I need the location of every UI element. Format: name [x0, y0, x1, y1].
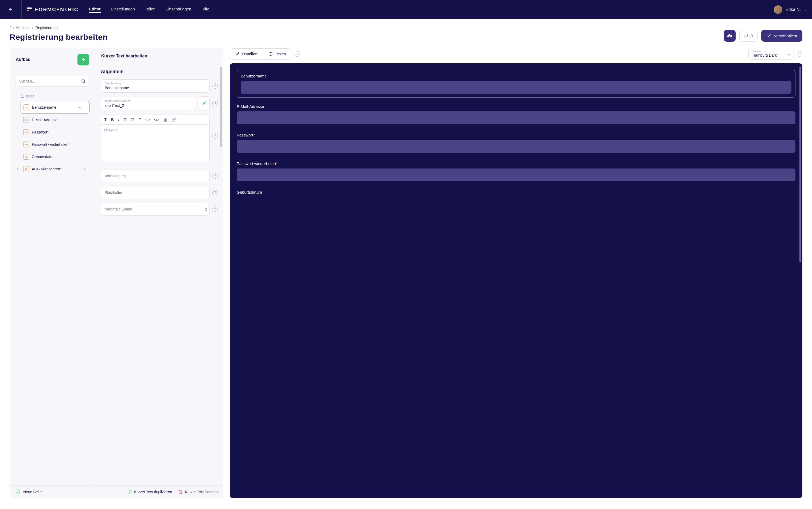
- rt-italic-icon[interactable]: I: [118, 117, 119, 122]
- topbar: FORMCENTRIC Editor Einstellungen Teilen …: [0, 0, 812, 19]
- publish-label: Veröffentlicht: [774, 34, 797, 38]
- preview-field-passwort[interactable]: Passwort*: [237, 133, 796, 153]
- rt-ol-icon[interactable]: ☷: [131, 117, 135, 122]
- tree-item-passwort[interactable]: ••• Passwort*: [21, 126, 90, 138]
- help-icon[interactable]: ?: [797, 51, 802, 57]
- preview-header: Erstellen Testen ? Design Hamburg Dark ⌄…: [230, 48, 802, 60]
- preview-field-geburtsdatum[interactable]: Geburtsdatum: [237, 190, 796, 195]
- rt-ul-icon[interactable]: ☰: [124, 117, 127, 122]
- bell-icon: [744, 33, 749, 38]
- logo[interactable]: FORMCENTRIC: [27, 7, 78, 12]
- label-technischer-name: Technischer Name*: [105, 99, 192, 103]
- rt-code-icon[interactable]: <>: [145, 117, 149, 122]
- chevron-down-icon: ⌄: [804, 8, 807, 11]
- duplicate-button[interactable]: Kurzer Text duplizieren: [127, 489, 172, 494]
- input-platzhalter[interactable]: [105, 191, 206, 195]
- nav-submissions[interactable]: Einsendungen: [166, 7, 191, 13]
- help-icon[interactable]: ?: [212, 101, 218, 106]
- structure-panel: Aufbau + ⌄ 1. page ≡ Benutzername ⋯ ✉ E-…: [10, 48, 95, 498]
- help-icon[interactable]: ?: [212, 83, 218, 89]
- user-menu[interactable]: Erika N. ⌄: [774, 5, 807, 14]
- editor-panel: Kurzer Text bearbeiten Allgemein Beschri…: [95, 48, 223, 498]
- folder-icon: [10, 26, 14, 30]
- svg-point-0: [82, 79, 85, 82]
- cloud-icon: [727, 33, 733, 39]
- structure-title: Aufbau: [16, 57, 30, 62]
- input-technischer-name[interactable]: [105, 103, 192, 108]
- scrollbar-thumb[interactable]: [800, 67, 801, 262]
- rt-quote-icon[interactable]: ❞: [139, 117, 141, 122]
- tab-testen[interactable]: Testen: [263, 48, 291, 59]
- editor-footer: Kurzer Text duplizieren Kurzer Text lösc…: [95, 485, 223, 498]
- add-element-button[interactable]: +: [77, 54, 89, 65]
- help-icon[interactable]: ?: [295, 51, 300, 57]
- help-icon[interactable]: ?: [212, 206, 218, 212]
- nav-help[interactable]: Hilfe: [201, 7, 209, 13]
- back-button[interactable]: [5, 4, 16, 15]
- nav-editor[interactable]: Editor: [89, 7, 100, 13]
- workspace: Aufbau + ⌄ 1. page ≡ Benutzername ⋯ ✉ E-…: [0, 48, 812, 504]
- magic-wand-button[interactable]: [199, 96, 210, 111]
- rt-image-icon[interactable]: ▣: [164, 117, 167, 122]
- notif-count: 0: [751, 34, 753, 38]
- form-preview: Benutzername E-Mail-Adresse Passwort* Pa…: [230, 63, 802, 498]
- notification-button[interactable]: 0: [739, 30, 757, 42]
- preview-input[interactable]: [237, 169, 796, 181]
- search-input[interactable]: [19, 79, 81, 83]
- nav-share[interactable]: Teilen: [145, 7, 156, 13]
- pencil-icon: [235, 52, 240, 56]
- avatar: [774, 5, 782, 14]
- input-hinweis[interactable]: Hinweis: [101, 125, 210, 162]
- scrollbar-thumb[interactable]: [221, 67, 222, 147]
- preview-input[interactable]: [237, 111, 796, 124]
- brand-text: FORMCENTRIC: [35, 7, 78, 12]
- magic-wand-icon: [202, 101, 207, 106]
- help-icon[interactable]: ?: [212, 190, 218, 195]
- breadcrumb-parent[interactable]: Webinar: [16, 26, 30, 30]
- radio-field-icon: ◉: [23, 166, 29, 172]
- tree-item-passwort-repeat[interactable]: ••• Passwort wiederholen*: [21, 138, 90, 150]
- page-row[interactable]: ⌄ 1. page: [15, 91, 90, 101]
- header-actions: 0 Veröffentlicht: [724, 30, 802, 42]
- search-icon: [81, 79, 86, 83]
- tree-item-agb[interactable]: › ◉ AGB akzeptieren* 1: [21, 163, 90, 175]
- nav-settings[interactable]: Einstellungen: [111, 7, 135, 13]
- help-icon[interactable]: ?: [212, 173, 218, 179]
- cloud-save-button[interactable]: [724, 30, 736, 42]
- preview-input[interactable]: [237, 140, 796, 153]
- input-beschriftung[interactable]: [105, 86, 206, 90]
- rt-link-icon[interactable]: 🔗: [171, 117, 176, 122]
- tree-item-geburtsdatum[interactable]: ▭ Geburtsdatum: [21, 150, 90, 163]
- tab-erstellen[interactable]: Erstellen: [230, 48, 263, 59]
- section-allgemein: Allgemein: [101, 69, 218, 74]
- rt-codeblock-icon[interactable]: </>: [154, 117, 159, 122]
- spinner-arrows[interactable]: ▴▾: [205, 206, 207, 212]
- design-select[interactable]: Design Hamburg Dark ⌄: [748, 48, 794, 60]
- chevron-right-icon[interactable]: ›: [17, 167, 18, 171]
- label-beschriftung: Beschriftung: [105, 82, 206, 85]
- globe-icon: [268, 52, 273, 56]
- more-icon[interactable]: ⋯: [77, 105, 81, 110]
- publish-button[interactable]: Veröffentlicht: [761, 30, 802, 42]
- rt-bold-icon[interactable]: B: [111, 117, 114, 122]
- input-maxlength[interactable]: [105, 207, 206, 211]
- divider: [21, 0, 22, 19]
- preview-field-benutzername[interactable]: Benutzername: [237, 70, 796, 98]
- input-vorbelegung[interactable]: [105, 174, 206, 178]
- page-title: Registrierung bearbeiten: [10, 33, 108, 42]
- delete-button[interactable]: Kurzer Text löschen: [178, 489, 218, 494]
- preview-input[interactable]: [241, 81, 791, 94]
- preview-field-email[interactable]: E-Mail-Adresse: [237, 104, 796, 124]
- tree-item-benutzername[interactable]: ≡ Benutzername ⋯: [21, 101, 90, 114]
- chevron-down-icon: ⌄: [16, 95, 19, 98]
- structure-footer: Neue Seite: [10, 485, 95, 498]
- breadcrumb-current: Registrierung: [36, 26, 58, 30]
- nav-links: Editor Einstellungen Teilen Einsendungen…: [89, 7, 209, 13]
- rt-heading-icon[interactable]: 𝗧: [104, 117, 107, 122]
- help-icon[interactable]: ?: [212, 133, 218, 139]
- tree-item-email[interactable]: ✉ E-Mail-Adresse: [21, 114, 90, 126]
- check-icon: [767, 33, 771, 38]
- preview-field-passwort-repeat[interactable]: Passwort wiederholen*: [237, 161, 796, 181]
- text-field-icon: ≡: [24, 104, 29, 110]
- new-page-button[interactable]: Neue Seite: [23, 490, 42, 494]
